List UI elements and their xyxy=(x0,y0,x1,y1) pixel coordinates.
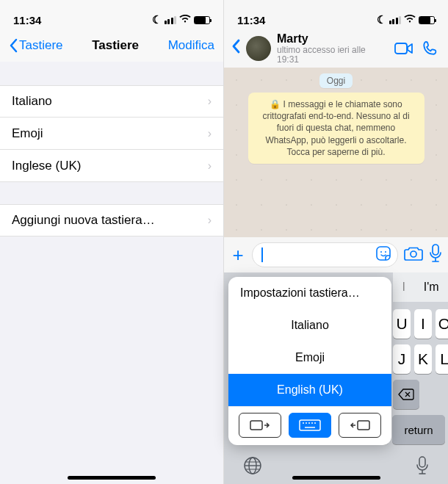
cellular-icon xyxy=(165,16,177,24)
camera-button[interactable] xyxy=(404,245,423,264)
dnd-moon-icon: ☾ xyxy=(152,13,162,26)
svg-rect-5 xyxy=(433,245,438,255)
video-call-button[interactable] xyxy=(394,42,414,55)
row-label: Inglese (UK) xyxy=(12,159,81,173)
back-button[interactable]: Tastiere xyxy=(9,38,63,53)
keyboard-full-button[interactable] xyxy=(289,413,331,438)
last-seen: ultimo accesso ieri alle 19:31 xyxy=(277,46,388,65)
avatar[interactable] xyxy=(246,36,271,61)
keyboard-option-english[interactable]: English (UK) xyxy=(228,374,391,406)
dnd-moon-icon: ☾ xyxy=(377,13,386,26)
sticker-button[interactable] xyxy=(375,245,391,264)
message-input[interactable] xyxy=(252,242,398,267)
keyboard-list: Italiano › Emoji › Inglese (UK) › xyxy=(0,85,223,182)
attach-button[interactable]: + xyxy=(230,244,246,267)
text-cursor xyxy=(261,248,263,262)
row-label: Emoji xyxy=(12,126,43,141)
back-label: Tastiere xyxy=(19,38,63,53)
svg-rect-14 xyxy=(358,421,369,430)
row-label: Aggiungi nuova tastiera… xyxy=(12,213,155,228)
key-j[interactable]: J xyxy=(393,344,411,374)
prediction-1[interactable]: I xyxy=(402,281,405,294)
keyboard-option-emoji[interactable]: Emoji xyxy=(228,342,391,374)
wifi-icon xyxy=(179,14,191,26)
svg-rect-18 xyxy=(419,457,425,467)
row-label: Italiano xyxy=(12,94,52,109)
keyboard-switcher-popover: Impostazioni tastiera… Italiano Emoji En… xyxy=(228,277,391,445)
keyboard-settings-option[interactable]: Impostazioni tastiera… xyxy=(228,277,391,309)
chat-nav-bar: Marty ultimo accesso ieri alle 19:31 xyxy=(224,29,448,68)
dictation-icon[interactable] xyxy=(416,456,429,478)
chat-messages-area[interactable]: Oggi 🔒 I messaggi e le chiamate sono cri… xyxy=(224,68,448,237)
svg-point-3 xyxy=(385,251,386,253)
home-indicator[interactable] xyxy=(68,476,156,480)
svg-point-2 xyxy=(380,251,382,253)
keyboard-dock-right-button[interactable] xyxy=(339,413,381,438)
status-bar: 11:34 ☾ xyxy=(224,0,448,29)
keyboard-row-emoji[interactable]: Emoji › xyxy=(0,118,223,150)
key-u[interactable]: U xyxy=(393,309,411,339)
prediction-bar: I I'm xyxy=(393,272,448,302)
settings-screen: 11:34 ☾ Tastiere Tastiere Modifica Itali… xyxy=(0,0,224,484)
encryption-notice[interactable]: 🔒 I messaggi e le chiamate sono crittogr… xyxy=(248,93,424,164)
chevron-right-icon: › xyxy=(208,159,212,173)
status-time: 11:34 xyxy=(13,14,41,26)
delete-key[interactable] xyxy=(393,380,419,409)
home-indicator[interactable] xyxy=(292,476,380,480)
battery-icon xyxy=(419,16,435,24)
svg-rect-0 xyxy=(395,43,407,54)
keyboard-option-italiano[interactable]: Italiano xyxy=(228,309,391,342)
svg-rect-7 xyxy=(300,420,320,430)
chevron-right-icon: › xyxy=(208,214,212,227)
keyboard: I I'm Impostazioni tastiera… Italiano Em… xyxy=(224,272,448,484)
contact-name: Marty xyxy=(277,32,388,46)
keyboard-row-inglese[interactable]: Inglese (UK) › xyxy=(0,150,223,182)
add-keyboard-row[interactable]: Aggiungi nuova tastiera… › xyxy=(0,204,223,236)
keyboard-row-italiano[interactable]: Italiano › xyxy=(0,85,223,118)
wifi-icon xyxy=(404,14,416,26)
whatsapp-chat-screen: 11:34 ☾ Marty ultimo accesso ieri alle 1… xyxy=(224,0,448,484)
keyboard-mode-row xyxy=(228,406,391,445)
date-chip: Oggi xyxy=(319,73,353,88)
message-input-bar: + xyxy=(224,237,448,272)
key-i[interactable]: I xyxy=(414,309,432,339)
keyboard-dock-left-button[interactable] xyxy=(239,413,281,438)
audio-call-button[interactable] xyxy=(420,40,441,57)
voice-message-button[interactable] xyxy=(429,244,442,266)
svg-rect-6 xyxy=(250,421,262,430)
key-o[interactable]: O xyxy=(436,309,448,339)
status-time: 11:34 xyxy=(237,14,265,26)
nav-bar: Tastiere Tastiere Modifica xyxy=(0,29,223,62)
key-l[interactable]: L xyxy=(436,344,448,374)
globe-icon[interactable] xyxy=(243,456,262,478)
cellular-icon xyxy=(389,16,402,24)
status-bar: 11:34 ☾ xyxy=(0,0,223,29)
svg-point-4 xyxy=(411,251,416,257)
battery-icon xyxy=(194,16,210,24)
nav-title: Tastiere xyxy=(92,38,139,53)
chevron-right-icon: › xyxy=(208,127,212,140)
contact-header[interactable]: Marty ultimo accesso ieri alle 19:31 xyxy=(277,32,388,65)
edit-button[interactable]: Modifica xyxy=(168,38,214,53)
chevron-right-icon: › xyxy=(208,95,212,108)
back-button[interactable] xyxy=(231,39,240,58)
add-keyboard-section: Aggiungi nuova tastiera… › xyxy=(0,204,223,236)
return-key[interactable]: return xyxy=(392,415,445,444)
key-k[interactable]: K xyxy=(414,344,432,374)
prediction-2[interactable]: I'm xyxy=(424,281,439,294)
svg-rect-1 xyxy=(377,247,390,260)
